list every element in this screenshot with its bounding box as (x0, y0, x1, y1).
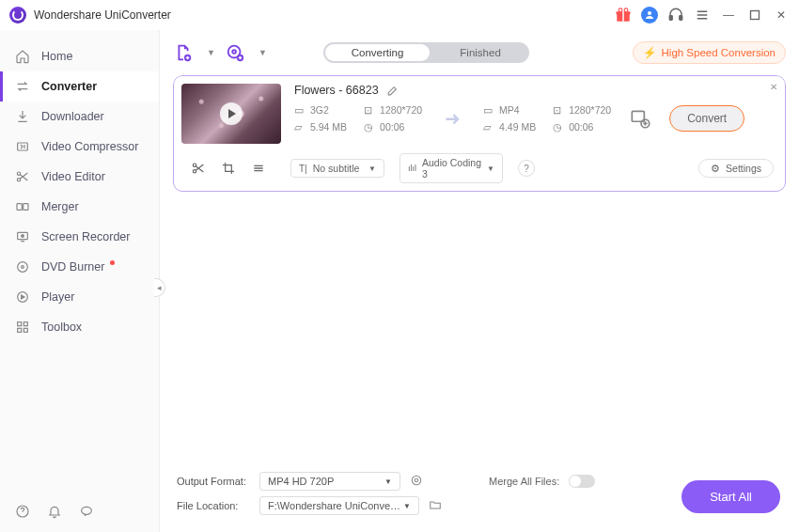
sidebar-item-toolbox[interactable]: Toolbox (0, 312, 159, 342)
sidebar-item-player[interactable]: Player (0, 282, 159, 312)
play-overlay-icon (220, 102, 243, 125)
file-location-select[interactable]: F:\Wondershare UniConverter▼ (259, 496, 419, 515)
start-all-button[interactable]: Start All (682, 480, 780, 513)
sidebar-item-home[interactable]: Home (0, 41, 159, 71)
video-thumbnail[interactable] (181, 84, 281, 144)
trim-icon[interactable] (191, 161, 206, 176)
sidebar-item-dvd[interactable]: DVD Burner (0, 252, 159, 282)
rename-icon[interactable] (386, 85, 399, 97)
sidebar-item-compressor[interactable]: Video Compressor (0, 132, 159, 162)
app-title: Wondershare UniConverter (34, 8, 615, 22)
help-icon[interactable]: ? (518, 160, 535, 177)
src-size: 5.94 MB (310, 121, 347, 133)
svg-rect-11 (751, 11, 760, 20)
clock-icon: ◷ (364, 121, 375, 133)
gift-icon[interactable] (615, 7, 632, 23)
notification-dot-icon (110, 260, 115, 265)
help-icon[interactable] (15, 504, 30, 519)
more-icon[interactable] (251, 161, 266, 176)
recorder-icon (15, 229, 30, 244)
output-format-value: MP4 HD 720P (268, 476, 334, 487)
sidebar-item-label: Merger (41, 200, 79, 213)
src-resolution: 1280*720 (380, 104, 422, 116)
tab-converting[interactable]: Converting (325, 44, 431, 61)
settings-label: Settings (726, 163, 761, 174)
minimize-icon[interactable]: — (720, 7, 737, 23)
svg-point-3 (619, 8, 622, 12)
svg-point-19 (18, 262, 28, 273)
merge-toggle[interactable] (569, 475, 595, 488)
svg-rect-7 (680, 16, 682, 21)
maximize-icon[interactable] (746, 7, 763, 23)
svg-point-35 (193, 170, 196, 173)
home-icon (15, 49, 30, 64)
svg-rect-15 (17, 204, 22, 211)
file-location-label: File Location: (177, 500, 250, 511)
close-card-button[interactable]: ✕ (770, 82, 777, 92)
play-icon (15, 289, 30, 305)
download-icon (15, 109, 30, 124)
tab-finished[interactable]: Finished (431, 42, 528, 63)
crop-icon[interactable] (221, 161, 236, 176)
folder-icon[interactable] (429, 498, 442, 513)
svg-rect-23 (24, 322, 27, 326)
svg-rect-2 (622, 11, 624, 22)
output-settings-icon[interactable] (628, 106, 652, 131)
svg-point-4 (624, 8, 628, 12)
svg-rect-6 (669, 16, 672, 21)
sidebar-item-downloader[interactable]: Downloader (0, 102, 159, 132)
svg-point-20 (22, 266, 24, 269)
sidebar-item-merger[interactable]: Merger (0, 192, 159, 222)
svg-point-30 (232, 50, 236, 54)
output-format-label: Output Format: (177, 476, 250, 487)
file-icon: ▱ (294, 121, 306, 133)
add-file-button[interactable] (173, 42, 194, 63)
bell-icon[interactable] (47, 504, 62, 519)
format-settings-icon[interactable] (410, 474, 423, 489)
svg-point-14 (17, 179, 20, 181)
file-icon: ▱ (483, 121, 494, 133)
src-format: 3G2 (310, 104, 329, 116)
dst-duration: 00:06 (569, 121, 593, 133)
sidebar-item-label: Video Compressor (41, 140, 138, 153)
convert-button[interactable]: Convert (669, 105, 744, 132)
chevron-down-icon[interactable]: ▼ (258, 48, 267, 57)
svg-rect-22 (18, 322, 22, 326)
sidebar-item-label: Downloader (41, 110, 104, 123)
menu-icon[interactable] (694, 7, 711, 23)
svg-rect-24 (18, 328, 22, 332)
audio-dropdown[interactable]: ılılAudio Coding 3▼ (400, 153, 503, 183)
file-location-value: F:\Wondershare UniConverter (268, 500, 403, 511)
subtitle-dropdown[interactable]: T|No subtitle▼ (290, 159, 384, 178)
scissors-icon (15, 169, 30, 184)
sidebar-item-editor[interactable]: Video Editor (0, 162, 159, 192)
video-icon: ▭ (483, 104, 494, 116)
settings-button[interactable]: ⚙ Settings (698, 159, 774, 178)
chevron-down-icon[interactable]: ▼ (207, 48, 215, 57)
close-icon[interactable]: ✕ (773, 7, 790, 23)
user-avatar-icon[interactable] (641, 7, 658, 23)
main-panel: ▼ ▼ Converting Finished ⚡ High Speed Con… (160, 30, 799, 532)
clock-icon: ◷ (553, 121, 564, 133)
high-speed-button[interactable]: ⚡ High Speed Conversion (633, 41, 786, 64)
arrow-right-icon: ➜ (445, 107, 461, 130)
titlebar: Wondershare UniConverter — ✕ (0, 0, 799, 30)
sidebar-item-label: Player (41, 290, 74, 304)
svg-point-18 (22, 235, 24, 238)
svg-point-39 (415, 478, 418, 482)
svg-point-5 (648, 11, 651, 15)
file-title: Flowers - 66823 (294, 84, 379, 97)
add-disc-button[interactable] (225, 42, 245, 63)
headset-icon[interactable] (667, 7, 684, 23)
resolution-icon: ⊡ (553, 104, 564, 116)
high-speed-label: High Speed Conversion (662, 47, 776, 58)
svg-point-27 (82, 507, 92, 514)
output-format-select[interactable]: MP4 HD 720P▼ (259, 472, 400, 491)
converter-icon (15, 79, 30, 94)
feedback-icon[interactable] (79, 504, 94, 519)
gear-icon: ⚙ (711, 163, 721, 174)
sidebar-item-converter[interactable]: Converter (0, 71, 159, 102)
sidebar-item-recorder[interactable]: Screen Recorder (0, 222, 159, 252)
svg-rect-25 (24, 328, 27, 332)
merge-icon (15, 199, 30, 214)
